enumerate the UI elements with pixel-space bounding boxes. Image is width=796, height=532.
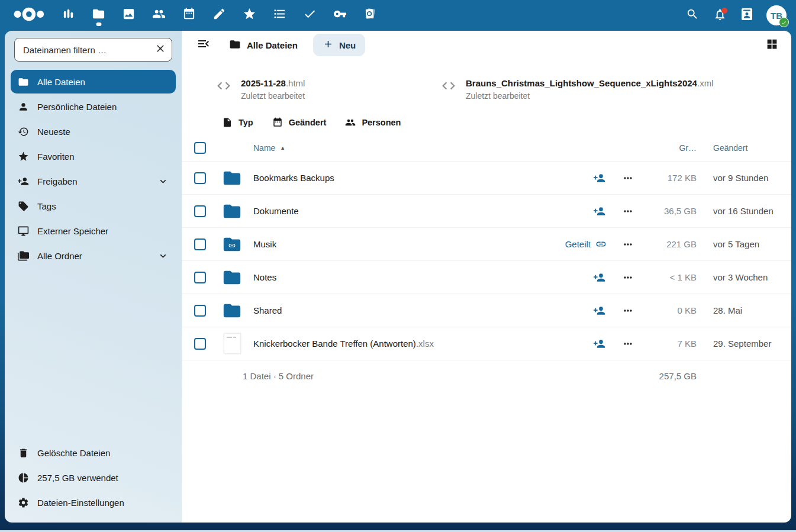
filter-chip-typ[interactable]: Typ [222, 117, 253, 128]
row-actions-menu-button[interactable] [621, 270, 635, 285]
people-icon [345, 117, 356, 128]
column-size[interactable]: Gr… [635, 143, 697, 153]
share-button[interactable] [592, 304, 607, 318]
topbar: TB [0, 0, 796, 31]
row-file-icon-cell [221, 234, 243, 254]
app-tasks-check-button[interactable] [303, 6, 317, 25]
chart-pie-icon [18, 472, 29, 483]
app-contacts-button[interactable] [152, 6, 166, 25]
chevron-down-icon[interactable] [157, 250, 169, 262]
app-dashboard-button[interactable] [62, 6, 76, 25]
sidebar-footer-dateien-einstellungen[interactable]: Dateien-Einstellungen [11, 491, 176, 514]
table-row[interactable]: Knickerbocker Bande Treffen (Antworten).… [182, 327, 791, 360]
sidebar-item-externer-speicher[interactable]: Externer Speicher [11, 219, 176, 243]
file-size: < 1 KB [635, 272, 697, 282]
app-memories-button[interactable] [363, 6, 378, 25]
sidebar-item-alle-dateien[interactable]: Alle Dateien [11, 70, 176, 93]
filter-chip-personen[interactable]: Personen [345, 117, 401, 128]
sidebar-item-tags[interactable]: Tags [11, 194, 176, 218]
row-actions-menu-button[interactable] [621, 171, 635, 185]
passwords-icon [333, 7, 347, 21]
favorites-icon [243, 7, 256, 21]
row-file-icon-cell [221, 267, 243, 288]
column-modified[interactable]: Geändert [713, 143, 779, 153]
row-actions [564, 204, 635, 218]
app-notes-button[interactable] [212, 6, 227, 25]
contacts-menu-button[interactable] [739, 8, 755, 23]
table-row[interactable]: Dokumente36,5 GBvor 16 Stunden [182, 194, 791, 227]
row-actions-menu-button[interactable] [621, 237, 635, 252]
filter-chip-label: Geändert [289, 118, 327, 127]
file-name-link[interactable]: Knickerbocker Bande Treffen (Antworten).… [253, 338, 564, 349]
user-avatar[interactable]: TB [766, 5, 787, 25]
sidebar-item-alle-ordner[interactable]: Alle Ordner [11, 244, 176, 267]
app-calendar-button[interactable] [182, 6, 196, 25]
grid-view-toggle[interactable] [764, 37, 779, 53]
file-size: 221 GB [635, 239, 697, 249]
table-row[interactable]: MusikGeteilt221 GBvor 5 Tagen [182, 227, 791, 260]
recommended-file-card[interactable]: 2025-11-28.htmlZuletzt bearbeitet [216, 78, 441, 101]
sidebar-item-pers-nliche-dateien[interactable]: Persönliche Dateien [11, 95, 176, 118]
file-name-link[interactable]: Notes [253, 272, 564, 282]
row-checkbox[interactable] [194, 172, 206, 184]
row-actions-menu-button[interactable] [621, 304, 635, 318]
select-all-checkbox[interactable] [194, 142, 206, 154]
row-checkbox[interactable] [194, 205, 206, 217]
notifications-button[interactable] [712, 8, 727, 23]
share-button[interactable] [592, 171, 607, 185]
filename-filter-input[interactable] [22, 44, 154, 56]
column-name[interactable]: Name ▲ [253, 143, 564, 153]
share-button[interactable] [592, 270, 607, 285]
file-name-link[interactable]: Dokumente [253, 206, 564, 216]
app-files-button[interactable] [92, 6, 106, 25]
sidebar-item-label: Externer Speicher [37, 226, 108, 236]
sidebar-item-neueste[interactable]: Neueste [11, 120, 176, 143]
file-name-link[interactable]: Bookmarks Backups [253, 173, 564, 183]
filter-chip-geändert[interactable]: Geändert [272, 117, 327, 128]
share-button[interactable] [592, 204, 607, 218]
row-checkbox[interactable] [194, 305, 206, 317]
shared-via-link-button[interactable]: Geteilt [565, 238, 607, 250]
sidebar-footer-257-5-gb-verwendet[interactable]: 257,5 GB verwendet [11, 466, 176, 489]
file-modified: vor 5 Tagen [713, 239, 779, 249]
collapse-sidebar-button[interactable] [196, 37, 211, 53]
recommended-file-subtitle: Zuletzt bearbeitet [241, 91, 305, 101]
file-name-link[interactable]: Shared [253, 305, 564, 315]
table-header: Name ▲ Gr… Geändert [182, 135, 791, 161]
new-button[interactable]: Neu [313, 34, 365, 56]
sidebar-footer-label: 257,5 GB verwendet [37, 473, 118, 483]
row-actions-menu-button[interactable] [621, 204, 635, 218]
account-plus-icon [594, 305, 605, 317]
app-tasks-list-button[interactable] [273, 6, 287, 25]
share-button[interactable] [592, 337, 607, 351]
filter-chips: TypGeändertPersonen [222, 117, 791, 128]
recommended-file-text: 2025-11-28.htmlZuletzt bearbeitet [241, 78, 305, 101]
sidebar-item-favoriten[interactable]: Favoriten [11, 144, 176, 168]
breadcrumb[interactable]: Alle Dateien [229, 38, 298, 52]
sidebar-item-freigaben[interactable]: Freigaben [11, 169, 176, 193]
folder-multiple-icon [18, 250, 29, 262]
row-actions: Geteilt [564, 237, 635, 252]
clear-filter-button[interactable] [154, 43, 167, 56]
folder-icon [222, 301, 242, 321]
app-favorites-button[interactable] [243, 6, 257, 25]
folder-icon [18, 76, 29, 88]
row-actions-menu-button[interactable] [621, 337, 635, 351]
file-name-link[interactable]: Musik [253, 239, 564, 249]
sidebar-footer-gel-schte-dateien[interactable]: Gelöschte Dateien [11, 441, 176, 465]
chevron-down-icon[interactable] [157, 176, 169, 187]
app-passwords-button[interactable] [333, 6, 347, 25]
file-extension: .xml [697, 78, 714, 88]
table-row[interactable]: Shared0 KB28. Mai [182, 294, 791, 327]
row-checkbox[interactable] [194, 272, 206, 283]
row-checkbox[interactable] [194, 338, 206, 350]
recommended-file-card[interactable]: Brauns_Christmas_Lightshow_Sequence_xLig… [441, 78, 666, 101]
table-row[interactable]: Bookmarks Backups172 KBvor 9 Stunden [182, 161, 791, 194]
search-button[interactable] [685, 8, 700, 23]
close-icon [154, 43, 166, 57]
app-photos-button[interactable] [122, 6, 136, 25]
row-checkbox[interactable] [194, 238, 206, 250]
table-row[interactable]: Notes< 1 KBvor 3 Wochen [182, 260, 791, 294]
sidebar-item-label: Alle Ordner [37, 251, 82, 261]
nextcloud-logo[interactable] [12, 4, 46, 27]
